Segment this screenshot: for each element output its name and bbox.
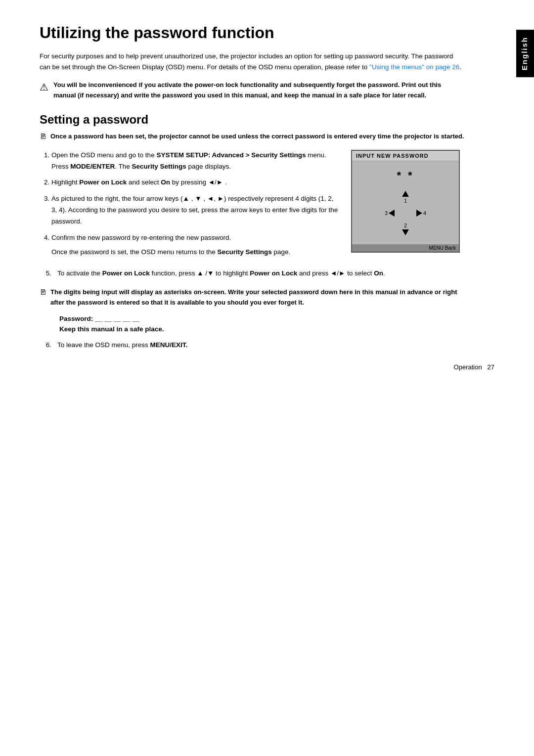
- arrow-cell-right: 4: [416, 210, 426, 217]
- side-tab: English: [516, 30, 534, 77]
- warning-box: ⚠ You will be inconvenienced if you acti…: [40, 80, 465, 101]
- num-2-label: 2: [404, 222, 407, 228]
- arrow-up-icon: [402, 191, 409, 197]
- step-6-num: 6.: [40, 340, 51, 351]
- side-tab-label: English: [520, 37, 529, 70]
- password-dialog-title: INPUT NEW PASSWORD: [352, 151, 459, 161]
- arrow-grid: 1 3: [382, 190, 429, 236]
- step-3: As pictured to the right, the four arrow…: [51, 193, 339, 227]
- footer: Operation 27: [454, 363, 494, 371]
- steps-right: INPUT NEW PASSWORD * * 1: [351, 150, 465, 264]
- arrow-cell-left: 3: [385, 210, 395, 217]
- warning-icon: ⚠: [40, 81, 48, 93]
- arrow-right-icon: [416, 210, 422, 217]
- num-1-label: 1: [404, 198, 407, 204]
- num-3-label: 3: [385, 210, 388, 216]
- note-icon: 🖹: [40, 133, 46, 140]
- arrow-down-icon: [402, 229, 409, 235]
- note-box: 🖹 Once a password has been set, the proj…: [40, 132, 465, 142]
- note-text: Once a password has been set, the projec…: [50, 132, 464, 142]
- step-1: Open the OSD menu and go to the SYSTEM S…: [51, 150, 339, 173]
- section-title: Setting a password: [40, 113, 494, 127]
- footer-page: 27: [488, 363, 494, 371]
- step-4: Confirm the new password by re-entering …: [51, 232, 339, 258]
- password-dialog: INPUT NEW PASSWORD * * 1: [351, 150, 460, 253]
- step-5-container: 5. To activate the Power on Lock functio…: [40, 268, 465, 279]
- steps-left: Open the OSD menu and go to the SYSTEM S…: [40, 150, 339, 264]
- step-6-content: To leave the OSD menu, press MENU/EXIT.: [57, 340, 465, 351]
- intro-text-after: .: [459, 63, 461, 71]
- step-4-p: Once the password is set, the OSD menu r…: [51, 247, 339, 258]
- tip-text: The digits being input will display as a…: [50, 287, 465, 308]
- steps-container: Open the OSD menu and go to the SYSTEM S…: [40, 150, 465, 264]
- tip-icon: 🖹: [40, 288, 46, 296]
- password-dialog-body: * * 1: [352, 161, 459, 244]
- step-5-num: 5.: [40, 268, 51, 279]
- password-stars: * *: [397, 169, 414, 182]
- dialog-footer: MENU Back: [352, 244, 459, 252]
- warning-text: You will be inconvenienced if you activa…: [53, 80, 465, 101]
- steps-list: Open the OSD menu and go to the SYSTEM S…: [40, 150, 339, 259]
- num-4-label: 4: [423, 210, 426, 216]
- footer-text: Operation: [454, 363, 482, 371]
- intro-link[interactable]: "Using the menus" on page 26: [369, 63, 459, 71]
- arrow-cell-down: 2: [402, 222, 409, 235]
- step-5-content: To activate the Power on Lock function, …: [57, 268, 465, 279]
- step-2: Highlight Power on Lock and select On by…: [51, 177, 339, 188]
- tip-box: 🖹 The digits being input will display as…: [40, 287, 465, 308]
- intro-text: For security purposes and to help preven…: [40, 51, 465, 72]
- safe-place-label: Keep this manual in a safe place.: [40, 325, 494, 333]
- arrow-left-icon: [389, 210, 395, 217]
- main-title: Utilizing the password function: [40, 24, 494, 42]
- step-6-container: 6. To leave the OSD menu, press MENU/EXI…: [40, 340, 465, 351]
- password-label: Password: __ __ __ __ __: [40, 315, 494, 322]
- arrow-cell-up: 1: [402, 191, 409, 204]
- page-container: English Utilizing the password function …: [0, 0, 534, 386]
